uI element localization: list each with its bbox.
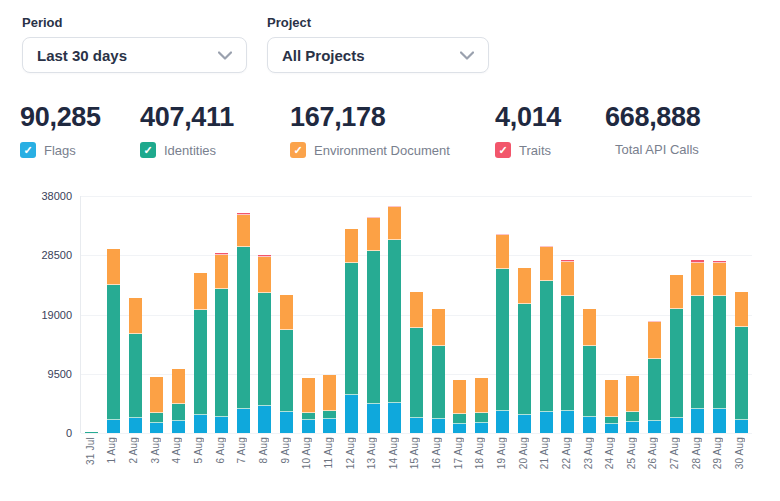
stacked-bar-24-aug[interactable]	[605, 380, 618, 433]
stacked-bar-9-aug[interactable]	[280, 295, 293, 433]
stacked-bar-12-aug[interactable]	[345, 229, 358, 433]
stacked-bar-14-aug[interactable]	[388, 206, 401, 433]
bar-slot	[471, 196, 493, 433]
bar-segment-identities	[388, 240, 401, 402]
stacked-bar-13-aug[interactable]	[367, 217, 380, 433]
flags-label: Flags	[44, 143, 76, 158]
bar-segment-environment-document	[367, 218, 380, 251]
stacked-bar-17-aug[interactable]	[453, 380, 466, 433]
bar-segment-identities	[237, 247, 250, 409]
bar-slot	[124, 196, 146, 433]
x-slot: 21 Aug	[534, 437, 556, 485]
bar-segment-flags	[432, 419, 445, 433]
x-slot: 22 Aug	[556, 437, 578, 485]
bar-segment-environment-document	[388, 207, 401, 240]
stacked-bar-25-aug[interactable]	[626, 376, 639, 433]
stat-environment-document: 167,178 ✓ Environment Document	[290, 102, 495, 158]
chevron-down-icon	[460, 51, 474, 60]
stacked-bar-3-aug[interactable]	[150, 377, 163, 433]
bar-segment-environment-document	[172, 369, 185, 405]
stacked-bar-1-aug[interactable]	[107, 249, 120, 433]
bar-segment-identities	[107, 285, 120, 420]
environment-document-label: Environment Document	[314, 143, 450, 158]
plot-area	[80, 196, 752, 433]
api-usage-chart: 09500190002850038000 31 Jul1 Aug2 Aug3 A…	[0, 190, 780, 490]
bar-segment-flags	[194, 415, 207, 433]
period-label: Period	[22, 15, 247, 30]
stacked-bar-6-aug[interactable]	[215, 253, 228, 433]
total-api-calls-label: Total API Calls	[615, 142, 699, 157]
stacked-bar-7-aug[interactable]	[237, 213, 250, 433]
stacked-bar-30-aug[interactable]	[735, 292, 748, 433]
bar-slot	[557, 196, 579, 433]
y-tick-label: 19000	[41, 309, 72, 321]
bar-slot	[449, 196, 471, 433]
bar-slot	[297, 196, 319, 433]
stacked-bar-11-aug[interactable]	[323, 375, 336, 433]
bar-segment-identities	[691, 296, 704, 409]
x-tick-label: 3 Aug	[151, 437, 161, 464]
bar-segment-identities	[129, 334, 142, 418]
stacked-bar-22-aug[interactable]	[561, 260, 574, 433]
bar-segment-environment-document	[518, 268, 531, 304]
bar-segment-environment-document	[107, 249, 120, 285]
x-slot: 13 Aug	[361, 437, 383, 485]
bar-slot	[362, 196, 384, 433]
bar-segment-environment-document	[475, 378, 488, 413]
flags-checkbox[interactable]: ✓	[20, 142, 36, 158]
x-slot: 14 Aug	[383, 437, 405, 485]
bar-segment-flags	[129, 418, 142, 433]
x-slot: 18 Aug	[470, 437, 492, 485]
x-slot: 9 Aug	[275, 437, 297, 485]
bar-segment-flags	[626, 422, 639, 433]
stacked-bar-23-aug[interactable]	[583, 309, 596, 433]
stacked-bar-19-aug[interactable]	[496, 234, 509, 433]
x-tick-label: 16 Aug	[432, 437, 442, 469]
bar-segment-environment-document	[540, 247, 553, 281]
bar-slot	[168, 196, 190, 433]
x-slot: 7 Aug	[231, 437, 253, 485]
x-slot: 11 Aug	[318, 437, 340, 485]
x-tick-label: 22 Aug	[562, 437, 572, 469]
environment-document-checkbox[interactable]: ✓	[290, 142, 306, 158]
x-slot: 26 Aug	[643, 437, 665, 485]
traits-checkbox[interactable]: ✓	[495, 142, 511, 158]
traits-label: Traits	[519, 143, 551, 158]
stacked-bar-31-jul[interactable]	[85, 432, 98, 433]
x-tick-label: 23 Aug	[584, 437, 594, 469]
bar-segment-environment-document	[215, 255, 228, 289]
project-select[interactable]: All Projects	[267, 37, 489, 73]
stacked-bar-28-aug[interactable]	[691, 260, 704, 433]
bar-segment-identities	[540, 281, 553, 411]
stacked-bar-20-aug[interactable]	[518, 268, 531, 433]
bar-segment-environment-document	[691, 263, 704, 296]
project-control: Project All Projects	[267, 15, 489, 73]
x-slot: 24 Aug	[599, 437, 621, 485]
bar-segment-identities	[475, 413, 488, 423]
bar-slot	[492, 196, 514, 433]
period-select[interactable]: Last 30 days	[22, 37, 247, 73]
x-tick-label: 4 Aug	[172, 437, 182, 464]
stacked-bar-26-aug[interactable]	[648, 321, 661, 433]
identities-checkbox[interactable]: ✓	[140, 142, 156, 158]
bar-slot	[665, 196, 687, 433]
stacked-bar-4-aug[interactable]	[172, 369, 185, 433]
stacked-bar-29-aug[interactable]	[713, 261, 726, 433]
bar-slot	[427, 196, 449, 433]
stacked-bar-21-aug[interactable]	[540, 246, 553, 433]
x-slot: 17 Aug	[448, 437, 470, 485]
bar-segment-flags	[258, 406, 271, 433]
stacked-bar-10-aug[interactable]	[302, 378, 315, 433]
stacked-bar-27-aug[interactable]	[670, 275, 683, 433]
stacked-bar-5-aug[interactable]	[194, 273, 207, 433]
stacked-bar-16-aug[interactable]	[432, 309, 445, 433]
stacked-bar-18-aug[interactable]	[475, 378, 488, 433]
bar-segment-environment-document	[626, 376, 639, 411]
bar-segment-flags	[302, 420, 315, 433]
stacked-bar-15-aug[interactable]	[410, 292, 423, 433]
x-slot: 2 Aug	[123, 437, 145, 485]
x-slot: 5 Aug	[188, 437, 210, 485]
stacked-bar-2-aug[interactable]	[129, 298, 142, 433]
stacked-bar-8-aug[interactable]	[258, 255, 271, 433]
x-tick-label: 27 Aug	[670, 437, 680, 469]
